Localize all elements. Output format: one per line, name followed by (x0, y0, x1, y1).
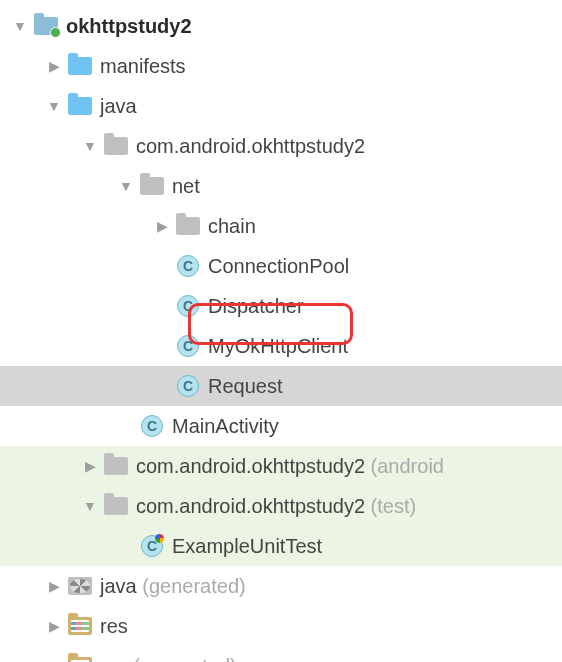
collapse-arrow-icon[interactable]: ▶ (44, 616, 64, 636)
tree-item-res-generated[interactable]: ▶ res (generated) (0, 646, 562, 662)
collapse-arrow-icon[interactable]: ▶ (152, 216, 172, 236)
collapse-arrow-icon[interactable]: ▶ (44, 576, 64, 596)
tree-item-label: com.android.okhttpstudy2 (136, 135, 365, 158)
tree-item-label: okhttpstudy2 (66, 15, 192, 38)
res-folder-icon (68, 614, 92, 638)
tree-item-label: Dispatcher (208, 295, 304, 318)
expand-arrow-icon[interactable]: ▼ (80, 136, 100, 156)
tree-item-package-test[interactable]: ▼ com.android.okhttpstudy2 (test) (0, 486, 562, 526)
tree-item-label: chain (208, 215, 256, 238)
expand-arrow-icon[interactable]: ▼ (80, 496, 100, 516)
folder-open-icon (68, 94, 92, 118)
tree-item-manifests[interactable]: ▶ manifests (0, 46, 562, 86)
tree-item-chain[interactable]: ▶ chain (0, 206, 562, 246)
class-icon: C (176, 374, 200, 398)
expand-arrow-icon[interactable]: ▼ (116, 176, 136, 196)
tree-item-class-example-unit-test[interactable]: ▶ C ExampleUnitTest (0, 526, 562, 566)
class-icon: C (176, 254, 200, 278)
tree-item-label: com.android.okhttpstudy2 (test) (136, 495, 416, 518)
package-folder-icon (140, 174, 164, 198)
res-folder-icon (68, 654, 92, 662)
package-folder-icon (104, 454, 128, 478)
tree-item-label: res (generated) (100, 655, 237, 663)
class-icon: C (140, 414, 164, 438)
tree-item-class-my-client[interactable]: ▶ C MyOkHttpClient (0, 326, 562, 366)
tree-item-net[interactable]: ▼ net (0, 166, 562, 206)
tree-item-label: Request (208, 375, 283, 398)
tree-item-label: ConnectionPool (208, 255, 349, 278)
tree-item-class-dispatcher[interactable]: ▶ C Dispatcher (0, 286, 562, 326)
tree-item-package-androidtest[interactable]: ▶ com.android.okhttpstudy2 (android (0, 446, 562, 486)
class-icon: C (176, 334, 200, 358)
tree-item-label: MyOkHttpClient (208, 335, 348, 358)
tree-item-root[interactable]: ▼ okhttpstudy2 (0, 6, 562, 46)
tree-item-java[interactable]: ▼ java (0, 86, 562, 126)
tree-item-label: java (generated) (100, 575, 246, 598)
package-folder-icon (104, 134, 128, 158)
tree-item-res[interactable]: ▶ res (0, 606, 562, 646)
package-folder-icon (176, 214, 200, 238)
expand-arrow-icon[interactable]: ▼ (10, 16, 30, 36)
tree-item-label: MainActivity (172, 415, 279, 438)
tree-item-class-request[interactable]: ▶ C Request (0, 366, 562, 406)
module-folder-icon (34, 14, 58, 38)
collapse-arrow-icon[interactable]: ▶ (80, 456, 100, 476)
generated-folder-icon (68, 574, 92, 598)
class-icon: C (176, 294, 200, 318)
tree-item-package-main[interactable]: ▼ com.android.okhttpstudy2 (0, 126, 562, 166)
package-folder-icon (104, 494, 128, 518)
tree-item-label: net (172, 175, 200, 198)
tree-item-label: manifests (100, 55, 186, 78)
folder-open-icon (68, 54, 92, 78)
tree-item-class-main-activity[interactable]: ▶ C MainActivity (0, 406, 562, 446)
tree-item-label: com.android.okhttpstudy2 (android (136, 455, 444, 478)
expand-arrow-icon[interactable]: ▼ (44, 96, 64, 116)
collapse-arrow-icon[interactable]: ▶ (44, 56, 64, 76)
project-tree[interactable]: ▼ okhttpstudy2 ▶ manifests ▼ java ▼ com.… (0, 0, 562, 662)
tree-item-java-generated[interactable]: ▶ java (generated) (0, 566, 562, 606)
tree-item-label: ExampleUnitTest (172, 535, 322, 558)
tree-item-class-connection-pool[interactable]: ▶ C ConnectionPool (0, 246, 562, 286)
class-test-icon: C (140, 534, 164, 558)
tree-item-label: res (100, 615, 128, 638)
tree-item-label: java (100, 95, 137, 118)
